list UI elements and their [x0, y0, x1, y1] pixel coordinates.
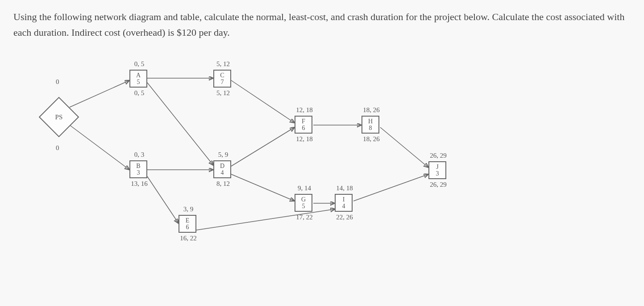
node-E-esef: 3, 9 [179, 205, 198, 213]
start-node: PS [39, 97, 79, 138]
node-A-lslf: 0, 5 [129, 89, 149, 97]
node-F-label: F [295, 118, 312, 125]
node-A-dur: 5 [130, 79, 146, 85]
svg-line-3 [147, 83, 213, 165]
node-E-label: E [179, 217, 195, 224]
svg-line-12 [380, 127, 428, 168]
node-J-lslf: 26, 29 [428, 181, 448, 189]
svg-line-7 [231, 127, 295, 166]
node-I: 14, 18 I 4 22, 26 [335, 184, 354, 221]
node-G-label: G [295, 196, 312, 203]
node-C-lslf: 5, 12 [213, 89, 233, 97]
node-J-dur: 3 [429, 170, 445, 177]
node-D-dur: 4 [214, 169, 230, 176]
node-A-label: A [130, 72, 146, 79]
node-B: 0, 3 B 3 13, 16 [129, 151, 149, 188]
node-J-esef: 26, 29 [428, 152, 448, 159]
diagram-edges [40, 54, 486, 268]
svg-line-5 [147, 176, 179, 223]
node-F-lslf: 12, 18 [295, 135, 314, 143]
node-I-lslf: 22, 26 [335, 214, 354, 221]
node-F-dur: 6 [295, 125, 312, 131]
node-I-dur: 4 [336, 203, 352, 210]
start-label: PS [55, 113, 63, 121]
svg-line-6 [231, 80, 295, 123]
node-F: 12, 18 F 6 12, 18 [295, 106, 314, 143]
node-G-lslf: 17, 22 [295, 214, 314, 221]
node-G: 9, 14 G 5 17, 22 [295, 184, 314, 221]
ps-top-value: 0 [56, 78, 59, 86]
node-B-esef: 0, 3 [129, 151, 149, 159]
node-H-label: H [362, 118, 378, 125]
node-D-lslf: 8, 12 [213, 180, 233, 188]
node-F-esef: 12, 18 [295, 106, 314, 114]
node-E: 3, 9 E 6 16, 22 [179, 205, 198, 242]
node-C: 5, 12 C 7 5, 12 [213, 60, 233, 97]
node-H-dur: 8 [362, 125, 378, 131]
node-D: 5, 9 D 4 8, 12 [213, 151, 233, 188]
node-C-dur: 7 [214, 79, 230, 85]
svg-line-0 [70, 80, 129, 107]
svg-line-13 [353, 174, 428, 201]
svg-line-11 [196, 209, 335, 230]
node-D-label: D [214, 163, 230, 169]
node-C-esef: 5, 12 [213, 60, 233, 68]
node-A: 0, 5 A 5 0, 5 [129, 60, 149, 97]
ps-bot-value: 0 [56, 144, 59, 152]
node-E-lslf: 16, 22 [179, 235, 198, 242]
node-I-label: I [336, 196, 352, 203]
svg-line-1 [70, 125, 129, 170]
node-E-dur: 6 [179, 224, 195, 231]
node-I-esef: 14, 18 [335, 184, 354, 192]
node-G-dur: 5 [295, 203, 312, 210]
node-C-label: C [214, 72, 230, 79]
node-H-esef: 18, 26 [361, 106, 381, 114]
node-H: 18, 26 H 8 18, 26 [361, 106, 381, 143]
node-J: 26, 29 J 3 26, 29 [428, 152, 448, 189]
node-A-esef: 0, 5 [129, 60, 149, 68]
node-D-esef: 5, 9 [213, 151, 233, 159]
node-B-lslf: 13, 16 [129, 180, 149, 188]
network-diagram: 0 PS 0 0, 5 A 5 0, 5 5, 12 C 7 5, 12 0, … [40, 54, 486, 268]
node-J-label: J [429, 163, 445, 170]
node-B-dur: 3 [130, 169, 146, 176]
svg-line-8 [231, 174, 295, 201]
question-text: Using the following network diagram and … [13, 9, 629, 40]
node-H-lslf: 18, 26 [361, 135, 381, 143]
node-B-label: B [130, 163, 146, 169]
node-G-esef: 9, 14 [295, 184, 314, 192]
